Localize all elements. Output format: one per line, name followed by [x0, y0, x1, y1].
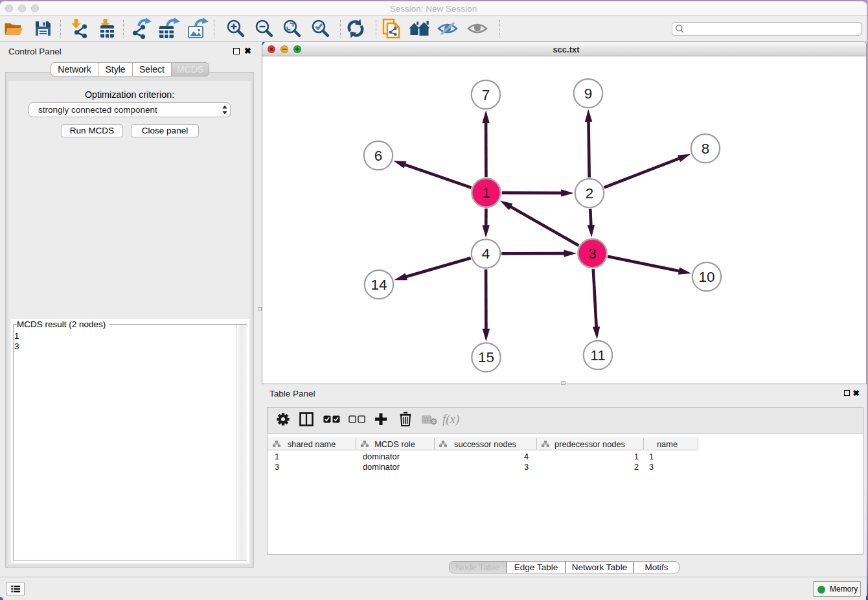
svg-text:14: 14 [371, 277, 387, 293]
svg-text:9: 9 [584, 86, 593, 102]
svg-text:1: 1 [482, 185, 490, 201]
svg-text:10: 10 [698, 269, 714, 285]
svg-text:6: 6 [374, 148, 383, 164]
svg-text:11: 11 [590, 347, 605, 363]
svg-text:3: 3 [588, 246, 597, 262]
svg-text:8: 8 [702, 141, 710, 157]
svg-text:2: 2 [586, 185, 594, 202]
svg-text:7: 7 [482, 87, 490, 103]
svg-text:4: 4 [482, 246, 490, 262]
svg-text:15: 15 [478, 349, 494, 365]
